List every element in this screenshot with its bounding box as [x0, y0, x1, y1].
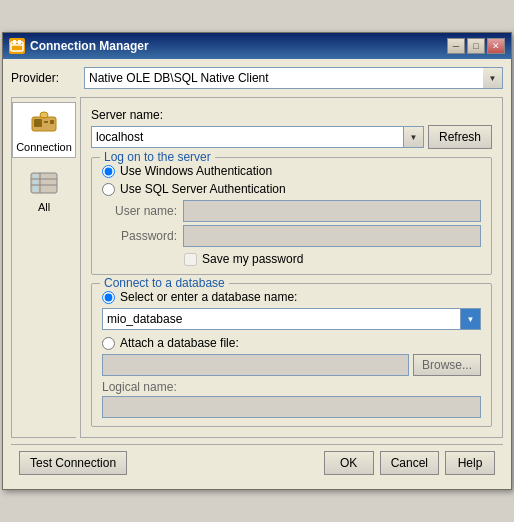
svg-rect-2 — [13, 40, 16, 44]
ok-button[interactable]: OK — [324, 451, 374, 475]
test-connection-button[interactable]: Test Connection — [19, 451, 127, 475]
server-name-combo: ▼ — [91, 126, 424, 148]
db-file-row: Browse... — [102, 354, 481, 376]
svg-rect-5 — [34, 119, 42, 127]
window-title: Connection Manager — [30, 39, 149, 53]
browse-button[interactable]: Browse... — [413, 354, 481, 376]
title-bar-left: Connection Manager — [9, 38, 149, 54]
logon-group: Log on to the server Use Windows Authent… — [91, 157, 492, 275]
maximize-button[interactable]: □ — [467, 38, 485, 54]
provider-select-wrapper: Native OLE DB\SQL Native Client ▼ — [84, 67, 503, 89]
connection-manager-window: Connection Manager ─ □ ✕ Provider: Nativ… — [2, 32, 512, 490]
sidebar-item-all[interactable]: All — [12, 162, 76, 218]
db-select-wrapper: mio_database ▼ — [102, 308, 481, 330]
footer: Test Connection OK Cancel Help — [11, 444, 503, 481]
database-group-label: Connect to a database — [100, 276, 229, 290]
db-select-arrow[interactable]: ▼ — [461, 308, 481, 330]
provider-row: Provider: Native OLE DB\SQL Native Clien… — [11, 67, 503, 89]
username-input[interactable] — [183, 200, 481, 222]
svg-rect-15 — [33, 180, 38, 184]
main-content: Connection All — [11, 97, 503, 438]
window-icon — [9, 38, 25, 54]
database-group: Connect to a database Select or enter a … — [91, 283, 492, 427]
username-label: User name: — [102, 204, 177, 218]
provider-select[interactable]: Native OLE DB\SQL Native Client — [84, 67, 503, 89]
password-input[interactable] — [183, 225, 481, 247]
windows-auth-radio[interactable] — [102, 165, 115, 178]
sidebar-item-connection[interactable]: Connection — [12, 102, 76, 158]
help-button[interactable]: Help — [445, 451, 495, 475]
db-attach-label[interactable]: Attach a database file: — [120, 336, 239, 350]
server-name-arrow[interactable]: ▼ — [404, 126, 424, 148]
svg-rect-0 — [11, 42, 23, 51]
password-label: Password: — [102, 229, 177, 243]
sql-auth-row: Use SQL Server Authentication — [102, 182, 481, 196]
svg-rect-7 — [50, 120, 54, 124]
svg-rect-14 — [33, 174, 38, 178]
content-area: Server name: ▼ Refresh Log on to the ser… — [80, 97, 503, 438]
window-body: Provider: Native OLE DB\SQL Native Clien… — [3, 59, 511, 489]
svg-rect-6 — [44, 121, 48, 123]
connection-icon — [28, 107, 60, 139]
cancel-button[interactable]: Cancel — [380, 451, 439, 475]
sidebar-all-label: All — [38, 201, 50, 213]
server-name-section: Server name: ▼ Refresh — [91, 108, 492, 149]
windows-auth-row: Use Windows Authentication — [102, 164, 481, 178]
refresh-button[interactable]: Refresh — [428, 125, 492, 149]
all-icon — [28, 167, 60, 199]
logical-name-input[interactable] — [102, 396, 481, 418]
sidebar-connection-label: Connection — [16, 141, 72, 153]
logon-group-label: Log on to the server — [100, 150, 215, 164]
logical-name-label: Logical name: — [102, 380, 481, 394]
sql-auth-label[interactable]: Use SQL Server Authentication — [120, 182, 286, 196]
provider-label: Provider: — [11, 71, 76, 85]
server-name-row: ▼ Refresh — [91, 125, 492, 149]
save-password-row: Save my password — [102, 252, 481, 266]
db-select-radio-row: Select or enter a database name: — [102, 290, 481, 304]
save-password-label[interactable]: Save my password — [202, 252, 303, 266]
title-buttons: ─ □ ✕ — [447, 38, 505, 54]
db-select-radio[interactable] — [102, 291, 115, 304]
username-row: User name: — [102, 200, 481, 222]
sql-auth-radio[interactable] — [102, 183, 115, 196]
windows-auth-label[interactable]: Use Windows Authentication — [120, 164, 272, 178]
svg-rect-16 — [33, 186, 38, 192]
password-row: Password: — [102, 225, 481, 247]
save-password-checkbox[interactable] — [184, 253, 197, 266]
db-select-label[interactable]: Select or enter a database name: — [120, 290, 297, 304]
close-button[interactable]: ✕ — [487, 38, 505, 54]
db-attach-radio[interactable] — [102, 337, 115, 350]
title-bar: Connection Manager ─ □ ✕ — [3, 33, 511, 59]
server-name-input[interactable] — [91, 126, 404, 148]
db-select[interactable]: mio_database — [102, 308, 461, 330]
svg-rect-3 — [18, 40, 21, 44]
server-name-label: Server name: — [91, 108, 492, 122]
sidebar: Connection All — [11, 97, 76, 438]
footer-right: OK Cancel Help — [324, 451, 495, 475]
minimize-button[interactable]: ─ — [447, 38, 465, 54]
db-attach-radio-row: Attach a database file: — [102, 336, 481, 350]
db-file-input[interactable] — [102, 354, 409, 376]
